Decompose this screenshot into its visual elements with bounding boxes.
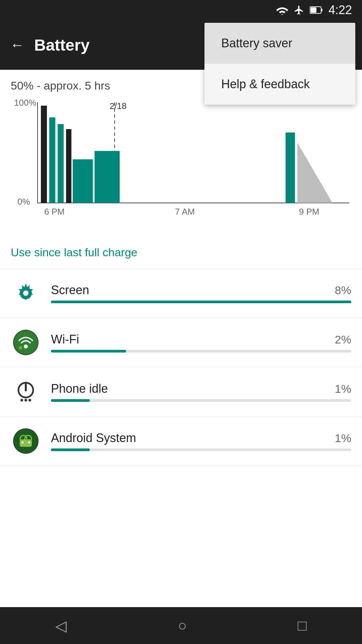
screen-icon — [11, 278, 41, 308]
wifi-usage-info: Wi-Fi 2% — [51, 332, 351, 353]
phone-idle-name: Phone idle — [51, 382, 108, 396]
airplane-status-icon — [294, 5, 304, 15]
phone-idle-bar-fill — [51, 399, 90, 402]
nav-home-button[interactable]: ○ — [178, 617, 187, 634]
phone-idle-bar-bg — [51, 399, 351, 402]
use-since-label[interactable]: Use since last full charge — [0, 236, 362, 269]
android-bar-bg — [51, 448, 351, 451]
wifi-status-icon — [276, 5, 288, 15]
status-time: 4:22 — [328, 3, 352, 17]
usage-item-phone-idle[interactable]: Phone idle 1% — [0, 367, 362, 417]
phone-idle-pct: 1% — [335, 382, 351, 395]
status-bar: 4:22 — [0, 0, 362, 20]
wifi-bar-fill — [51, 350, 126, 353]
wifi-icon — [11, 327, 41, 358]
bottom-nav: ◁ ○ □ — [0, 607, 362, 644]
menu-item-battery-saver[interactable]: Battery saver — [204, 23, 355, 64]
svg-marker-16 — [297, 143, 333, 203]
svg-text:6 PM: 6 PM — [44, 207, 65, 217]
screen-bar-fill — [51, 301, 351, 303]
svg-point-30 — [24, 399, 27, 401]
svg-text:2/18: 2/18 — [110, 101, 127, 111]
svg-point-24 — [14, 330, 38, 355]
svg-rect-9 — [41, 106, 47, 203]
android-bar-fill — [51, 448, 90, 451]
svg-text:7 AM: 7 AM — [175, 207, 195, 217]
nav-recents-button[interactable]: □ — [298, 617, 307, 634]
svg-rect-15 — [286, 132, 295, 203]
screen-name: Screen — [51, 283, 89, 297]
svg-point-38 — [28, 441, 30, 443]
svg-rect-1 — [321, 9, 322, 11]
usage-item-screen[interactable]: Screen 8% — [0, 269, 362, 318]
svg-rect-12 — [66, 129, 71, 203]
wifi-name: Wi-Fi — [51, 332, 79, 346]
battery-chart: 100% 0% 2/18 6 PM 7 AM 9 PM — [0, 96, 362, 236]
back-button[interactable]: ← — [10, 37, 24, 53]
screen-bar-bg — [51, 301, 351, 303]
usage-item-wifi[interactable]: Wi-Fi 2% — [0, 318, 362, 367]
nav-back-button[interactable]: ◁ — [55, 617, 67, 634]
battery-status-icon — [310, 5, 323, 15]
phone-idle-icon — [11, 377, 41, 407]
svg-rect-10 — [49, 117, 55, 203]
dropdown-menu: Battery saver Help & feedback — [204, 23, 355, 105]
svg-rect-2 — [310, 7, 316, 13]
status-icons: 4:22 — [276, 3, 352, 17]
svg-text:0%: 0% — [17, 197, 30, 207]
svg-point-29 — [20, 399, 23, 401]
svg-rect-13 — [73, 159, 93, 203]
usage-item-android[interactable]: Android System 1% — [0, 417, 362, 466]
svg-point-25 — [24, 344, 28, 348]
svg-text:100%: 100% — [14, 99, 37, 108]
battery-chart-svg: 100% 0% 2/18 6 PM 7 AM 9 PM — [11, 99, 351, 220]
phone-idle-usage-info: Phone idle 1% — [51, 382, 351, 402]
menu-item-help-feedback[interactable]: Help & feedback — [204, 64, 355, 105]
android-pct: 1% — [335, 432, 351, 445]
usage-list: Screen 8% Wi-Fi 2% — [0, 269, 362, 466]
screen-pct: 8% — [335, 284, 351, 297]
svg-point-31 — [28, 399, 31, 401]
wifi-bar-bg — [51, 350, 351, 353]
svg-point-22 — [23, 290, 28, 296]
svg-point-37 — [21, 441, 23, 443]
android-name: Android System — [51, 431, 136, 445]
wifi-pct: 2% — [335, 333, 351, 346]
svg-text:9 PM: 9 PM — [299, 207, 319, 217]
svg-rect-14 — [95, 151, 120, 203]
android-system-icon — [11, 426, 41, 456]
svg-rect-11 — [58, 124, 64, 203]
svg-point-26 — [19, 346, 22, 350]
android-usage-info: Android System 1% — [51, 431, 351, 451]
screen-usage-info: Screen 8% — [51, 283, 351, 303]
